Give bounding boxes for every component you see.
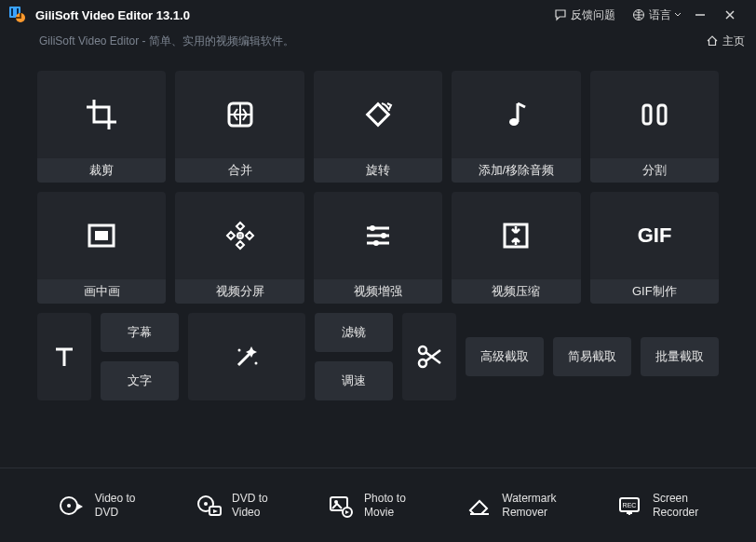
subtitle-bar: GiliSoft Video Editor - 简单、实用的视频编辑软件。 主页	[0, 30, 756, 52]
tile-split-label: 分割	[590, 158, 719, 183]
tile-crop-label: 裁剪	[37, 158, 166, 183]
svg-text:GIF: GIF	[637, 224, 671, 247]
app-logo-icon	[7, 5, 28, 25]
home-button[interactable]: 主页	[706, 34, 745, 49]
svg-rect-1	[11, 8, 13, 16]
tile-pip-label: 画中画	[37, 279, 166, 304]
tile-compress-label: 视频压缩	[452, 279, 580, 304]
svg-point-25	[67, 504, 71, 508]
bottom-bar: Video toDVD DVD toVideo Photo toMovie Wa…	[0, 467, 756, 542]
feature-grid: 裁剪 合并 旋转 添加/移除音频 分割 画中画 视频分屏 视频增	[37, 71, 719, 304]
multiscreen-icon	[222, 217, 259, 254]
text-group-icon[interactable]	[37, 313, 91, 400]
svg-point-15	[370, 225, 375, 231]
text-icon	[50, 343, 78, 371]
disc-video-icon	[195, 492, 223, 520]
watermark-remover[interactable]: WatermarkRemover	[465, 492, 556, 520]
batch-cut-button[interactable]: 批量截取	[641, 337, 719, 376]
minimize-button[interactable]	[695, 9, 719, 20]
tile-merge-label: 合并	[175, 158, 304, 183]
svg-point-27	[204, 502, 208, 506]
subtitle-button[interactable]: 字幕	[101, 313, 179, 352]
tile-enhance-label: 视频增强	[314, 279, 442, 304]
tile-multiscreen-label: 视频分屏	[175, 279, 304, 304]
feedback-button[interactable]: 反馈问题	[550, 6, 619, 25]
app-subtitle: GiliSoft Video Editor - 简单、实用的视频编辑软件。	[39, 34, 294, 49]
tile-pip[interactable]: 画中画	[37, 192, 166, 304]
title-bar: GiliSoft Video Editor 13.1.0 反馈问题 语言	[0, 0, 756, 30]
tile-crop[interactable]: 裁剪	[37, 71, 166, 183]
disc-play-icon	[58, 492, 86, 520]
svg-rect-10	[643, 105, 651, 124]
speed-button[interactable]: 调速	[315, 361, 393, 400]
main-area: 裁剪 合并 旋转 添加/移除音频 分割 画中画 视频分屏 视频增	[0, 52, 756, 410]
tile-enhance[interactable]: 视频增强	[314, 192, 442, 304]
svg-rect-5	[16, 17, 21, 19]
svg-point-16	[381, 233, 386, 238]
dvd-to-video[interactable]: DVD toVideo	[195, 492, 268, 520]
advanced-cut-button[interactable]: 高级截取	[466, 337, 544, 376]
sliders-icon	[359, 217, 397, 254]
home-icon	[706, 34, 719, 47]
compress-icon	[497, 217, 534, 254]
svg-point-9	[509, 118, 519, 126]
eraser-icon	[465, 492, 493, 520]
row3: 字幕 文字 滤镜 调速 高级截取 简易截取 批量截取	[37, 313, 719, 400]
tile-rotate-label: 旋转	[314, 158, 442, 183]
svg-point-21	[255, 362, 258, 365]
globe-icon	[632, 8, 645, 21]
split-icon	[636, 96, 673, 133]
effects-group-icon[interactable]	[188, 313, 305, 400]
tile-compress[interactable]: 视频压缩	[452, 192, 580, 304]
tile-gif[interactable]: GIF GIF制作	[590, 192, 719, 304]
filter-button[interactable]: 滤镜	[315, 313, 393, 352]
svg-rect-13	[95, 231, 108, 240]
language-button[interactable]: 语言	[628, 6, 689, 25]
tile-gif-label: GIF制作	[590, 279, 719, 304]
tile-audio-label: 添加/移除音频	[452, 158, 580, 183]
tile-split[interactable]: 分割	[590, 71, 719, 183]
chevron-down-icon	[674, 11, 682, 19]
svg-rect-8	[368, 104, 389, 126]
tile-merge[interactable]: 合并	[175, 71, 304, 183]
svg-point-20	[238, 349, 241, 352]
music-note-icon	[497, 96, 534, 133]
tile-multiscreen[interactable]: 视频分屏	[175, 192, 304, 304]
magic-wand-icon	[231, 341, 263, 373]
video-to-dvd[interactable]: Video toDVD	[58, 492, 136, 520]
crop-icon	[83, 96, 120, 133]
screen-recorder[interactable]: REC ScreenRecorder	[615, 492, 698, 520]
photo-movie-icon	[327, 492, 355, 520]
scissors-icon	[414, 342, 444, 372]
svg-point-17	[373, 240, 379, 246]
text-button[interactable]: 文字	[101, 361, 179, 400]
chat-icon	[554, 8, 567, 21]
tile-rotate[interactable]: 旋转	[314, 71, 442, 183]
svg-rect-11	[658, 105, 666, 124]
easy-cut-button[interactable]: 简易截取	[553, 337, 631, 376]
app-title: GiliSoft Video Editor 13.1.0	[35, 8, 190, 22]
tile-audio[interactable]: 添加/移除音频	[452, 71, 580, 183]
cut-group-icon[interactable]	[402, 313, 456, 400]
photo-to-movie[interactable]: Photo toMovie	[327, 492, 406, 520]
svg-text:REC: REC	[623, 502, 637, 508]
pip-icon	[83, 217, 120, 254]
close-button[interactable]	[724, 9, 749, 20]
rotate-icon	[359, 96, 397, 133]
merge-icon	[222, 96, 259, 133]
recorder-icon: REC	[615, 492, 643, 520]
gif-icon: GIF	[628, 217, 681, 254]
